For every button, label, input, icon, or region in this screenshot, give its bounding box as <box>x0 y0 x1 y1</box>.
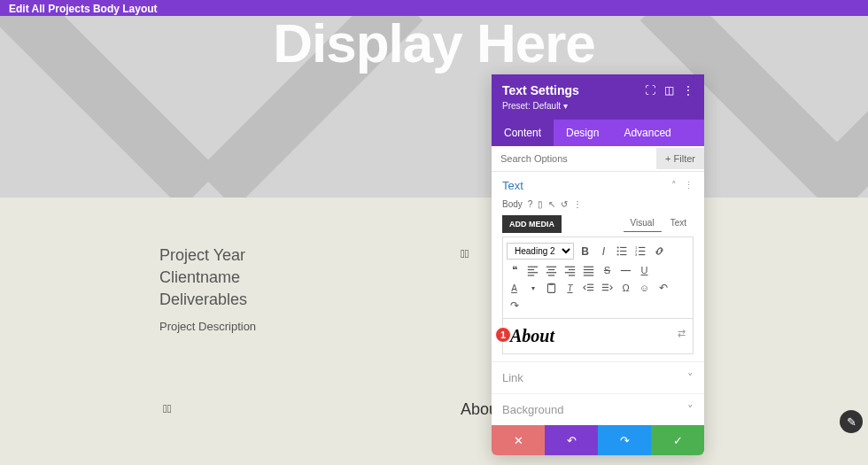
help-icon[interactable]: ? <box>528 199 533 209</box>
svg-rect-31 <box>587 283 593 284</box>
panel-header[interactable]: Text Settings ⛶ ◫ ⋮ Preset: Default ▾ <box>492 74 704 120</box>
add-media-button[interactable]: ADD MEDIA <box>502 215 562 233</box>
redo-icon[interactable]: ↷ <box>507 298 522 313</box>
svg-rect-30 <box>549 283 554 284</box>
hover-icon[interactable]: ↖ <box>548 199 555 209</box>
svg-rect-19 <box>548 275 554 275</box>
tab-content[interactable]: Content <box>492 120 554 146</box>
mobile-icon[interactable]: ▯ <box>538 199 543 209</box>
body-option-row: Body ? ▯ ↖ ↺ ⋮ <box>502 199 694 209</box>
text-section: Text ˄ ⋮ Body ? ▯ ↖ ↺ ⋮ ADD MEDIA Visual… <box>492 172 704 361</box>
background-section-header[interactable]: Background ˅ <box>492 393 704 425</box>
editor-heading[interactable]: About <box>510 326 686 346</box>
close-icon: ✕ <box>514 434 523 447</box>
project-deliverables: Deliverables <box>159 289 256 311</box>
align-justify-icon[interactable] <box>581 263 596 277</box>
save-button[interactable]: ✓ <box>651 425 704 455</box>
undo-icon: ↶ <box>567 434 577 447</box>
top-bar: Edit All Projects Body Layout <box>0 0 868 16</box>
preset-selector[interactable]: Preset: Default ▾ <box>502 101 694 111</box>
undo-button[interactable]: ↶ <box>545 425 598 455</box>
svg-rect-23 <box>569 275 575 275</box>
editor-tab-visual[interactable]: Visual <box>624 214 662 232</box>
more-icon[interactable]: ⋮ <box>684 180 694 191</box>
hero-text: Display Here <box>0 16 868 74</box>
search-input[interactable] <box>492 146 656 171</box>
chevron-up-icon[interactable]: ˄ <box>671 180 677 191</box>
outdent-icon[interactable] <box>581 281 596 295</box>
bold-icon[interactable]: B <box>577 244 593 259</box>
svg-rect-33 <box>587 290 593 291</box>
quote-icon[interactable]: ❝ <box>507 263 522 277</box>
svg-rect-1 <box>620 247 626 248</box>
emoji-icon[interactable]: ☺ <box>637 281 652 295</box>
project-description: Project Description <box>159 319 256 335</box>
link-section-header[interactable]: Link ˅ <box>492 361 704 393</box>
more-icon[interactable]: ⋮ <box>573 199 582 209</box>
align-left-icon[interactable] <box>525 263 540 277</box>
svg-rect-18 <box>546 272 556 273</box>
chevron-down-icon: ˅ <box>687 371 694 384</box>
svg-rect-15 <box>528 275 534 275</box>
tab-design[interactable]: Design <box>554 120 611 146</box>
align-center-icon[interactable] <box>544 263 559 277</box>
svg-rect-26 <box>584 272 593 273</box>
textcolor-icon[interactable]: A <box>507 281 522 295</box>
undo-icon[interactable]: ↶ <box>655 281 670 295</box>
svg-rect-24 <box>584 266 593 267</box>
bullet-list-icon[interactable] <box>615 244 630 259</box>
svg-rect-3 <box>620 251 626 252</box>
settings-panel: Text Settings ⛶ ◫ ⋮ Preset: Default ▾ Co… <box>492 74 704 455</box>
filter-button[interactable]: + Filter <box>656 148 704 169</box>
textcolor-dropdown-icon[interactable]: ▾ <box>525 281 540 295</box>
svg-rect-14 <box>528 272 538 273</box>
special-char-icon[interactable]: Ω <box>618 281 633 295</box>
canvas: Display Here Project Year Clientname Del… <box>0 16 868 465</box>
paste-icon[interactable] <box>544 281 559 295</box>
svg-point-4 <box>617 254 619 256</box>
project-client: Clientname <box>159 267 256 289</box>
close-button[interactable]: ✕ <box>492 425 545 455</box>
more-icon[interactable]: ⋮ <box>683 84 694 97</box>
reset-icon[interactable]: ↺ <box>561 199 568 209</box>
redo-button[interactable]: ↷ <box>598 425 651 455</box>
strikethrough-icon[interactable]: S <box>600 263 615 277</box>
dynamic-content-icon[interactable]: ⇄ <box>678 328 686 339</box>
svg-rect-16 <box>546 266 556 267</box>
svg-rect-9 <box>639 251 645 252</box>
svg-rect-25 <box>584 268 593 269</box>
svg-rect-22 <box>565 272 575 273</box>
svg-rect-29 <box>547 283 554 292</box>
clear-format-icon[interactable]: T <box>562 281 577 295</box>
link-icon[interactable] <box>652 244 667 259</box>
format-select[interactable]: Heading 2 <box>507 243 574 260</box>
underline-icon[interactable]: U <box>637 263 652 277</box>
chevron-down-icon: ˅ <box>687 403 694 416</box>
hero-area: Display Here <box>0 16 868 198</box>
svg-rect-5 <box>620 254 626 255</box>
search-row: + Filter <box>492 146 704 172</box>
snap-icon[interactable]: ◫ <box>664 84 674 97</box>
expand-icon[interactable]: ⛶ <box>645 84 655 97</box>
annotation-marker: 1 <box>495 327 511 343</box>
body-label: Body <box>502 199 523 209</box>
project-info: Project Year Clientname Deliverables Pro… <box>159 244 256 335</box>
project-year: Project Year <box>159 244 256 267</box>
svg-rect-17 <box>548 268 554 269</box>
section-title: Text <box>502 179 523 192</box>
editor-content[interactable]: 1 About ⇄ <box>502 319 694 354</box>
text-section-header[interactable]: Text ˄ ⋮ <box>502 179 694 192</box>
indent-icon[interactable] <box>600 281 615 295</box>
italic-icon[interactable]: I <box>596 244 611 259</box>
redo-icon: ↷ <box>620 434 630 447</box>
svg-rect-34 <box>602 283 608 284</box>
action-bar: ✕ ↶ ↷ ✓ <box>492 425 704 455</box>
tab-advanced[interactable]: Advanced <box>611 120 683 146</box>
broken-image-icon: ▯ͯ <box>461 247 475 261</box>
svg-rect-35 <box>602 286 608 287</box>
hr-icon[interactable] <box>618 263 633 277</box>
fab-button[interactable]: ✎ <box>840 410 863 433</box>
editor-tab-text[interactable]: Text <box>663 214 694 232</box>
align-right-icon[interactable] <box>562 263 577 277</box>
numbered-list-icon[interactable]: 123 <box>633 244 648 259</box>
